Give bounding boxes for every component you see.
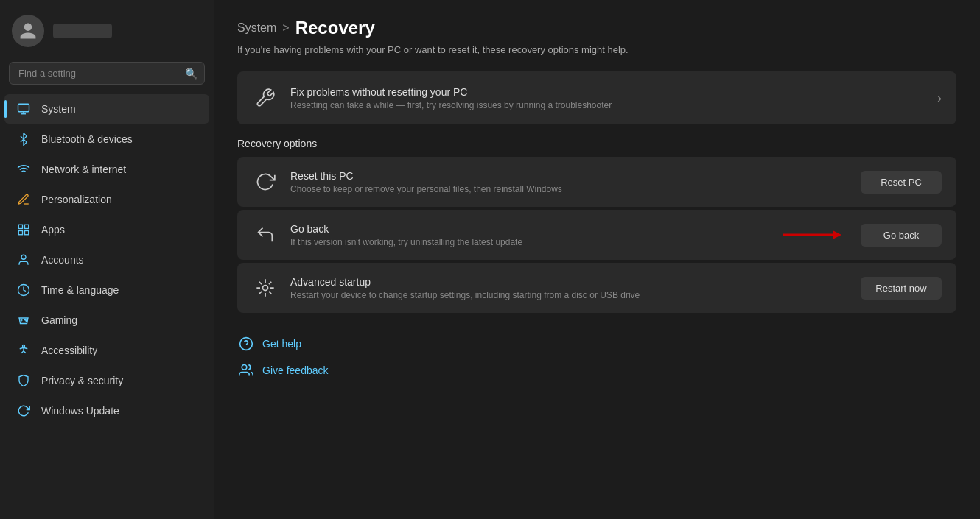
advanced-startup-desc: Restart your device to change startup se… [290, 290, 849, 300]
sidebar-item-gaming[interactable]: Gaming [4, 306, 209, 335]
go-back-title: Go back [290, 223, 771, 235]
sidebar-item-time[interactable]: Time & language [4, 275, 209, 305]
recovery-card-go-back: Go back If this version isn't working, t… [237, 210, 956, 260]
help-section: Get help Give feedback [237, 331, 956, 384]
sidebar-item-network[interactable]: Network & internet [4, 155, 209, 184]
recovery-options-label: Recovery options [237, 138, 956, 149]
breadcrumb-current: Recovery [295, 18, 375, 38]
reset-title: Reset this PC [290, 170, 849, 182]
search-icon: 🔍 [185, 68, 197, 80]
accessibility-icon [16, 343, 31, 358]
breadcrumb: System > Recovery [237, 18, 956, 38]
advanced-startup-text: Advanced startup Restart your device to … [290, 276, 849, 300]
svg-marker-16 [833, 230, 841, 239]
sidebar-item-label: Privacy & security [41, 375, 123, 386]
fix-problems-title: Fix problems without resetting your PC [290, 86, 925, 98]
go-back-button[interactable]: Go back [861, 224, 942, 247]
advanced-startup-icon [252, 275, 279, 301]
give-feedback-link[interactable]: Give feedback [237, 357, 956, 384]
svg-rect-5 [25, 225, 29, 228]
breadcrumb-separator: > [282, 21, 289, 35]
reset-button[interactable]: Reset PC [861, 171, 942, 194]
go-back-arrow [783, 226, 841, 244]
sidebar-item-label: System [41, 103, 76, 115]
sidebar-item-privacy[interactable]: Privacy & security [4, 366, 209, 395]
get-help-label: Get help [262, 338, 301, 350]
apps-icon [16, 222, 31, 237]
sidebar-item-label: Bluetooth & devices [41, 133, 133, 145]
give-feedback-icon [237, 361, 255, 379]
reset-desc: Choose to keep or remove your personal f… [290, 184, 849, 194]
reset-text: Reset this PC Choose to keep or remove y… [290, 170, 849, 194]
fix-problems-text: Fix problems without resetting your PC R… [290, 86, 925, 110]
give-feedback-label: Give feedback [262, 364, 329, 376]
bluetooth-icon [16, 132, 31, 146]
sidebar-item-accounts[interactable]: Accounts [4, 245, 209, 275]
reset-icon [252, 169, 279, 195]
sidebar-item-label: Time & language [41, 284, 119, 296]
sidebar-item-system[interactable]: System [4, 94, 209, 124]
sidebar-item-label: Accessibility [41, 345, 97, 356]
avatar [12, 15, 44, 47]
sidebar: 🔍 System Bluetooth & devices Network & i… [0, 0, 214, 519]
sidebar-item-personalization[interactable]: Personalization [4, 185, 209, 214]
svg-point-17 [263, 286, 268, 291]
svg-point-20 [242, 365, 247, 370]
page-subtitle: If you're having problems with your PC o… [237, 44, 956, 55]
update-icon [16, 403, 31, 418]
sidebar-item-label: Accounts [41, 254, 84, 266]
accounts-icon [16, 253, 31, 267]
svg-rect-0 [18, 104, 29, 112]
fix-problems-card[interactable]: Fix problems without resetting your PC R… [237, 71, 956, 124]
time-icon [16, 283, 31, 297]
svg-point-8 [21, 255, 26, 259]
recovery-options-container: Reset this PC Choose to keep or remove y… [237, 157, 956, 313]
go-back-icon [252, 222, 279, 248]
personalization-icon [16, 192, 31, 207]
arrow-indicator [783, 226, 841, 244]
gaming-icon [16, 313, 31, 328]
nav-container: System Bluetooth & devices Network & int… [0, 93, 214, 426]
advanced-startup-title: Advanced startup [290, 276, 849, 288]
svg-point-14 [23, 345, 25, 347]
sidebar-item-label: Windows Update [41, 405, 119, 417]
get-help-link[interactable]: Get help [237, 331, 956, 357]
recovery-card-reset: Reset this PC Choose to keep or remove y… [237, 157, 956, 207]
recovery-card-advanced-startup: Advanced startup Restart your device to … [237, 263, 956, 313]
svg-rect-4 [18, 225, 22, 228]
fix-problems-icon [252, 85, 279, 111]
advanced-startup-button[interactable]: Restart now [861, 277, 942, 300]
user-profile [0, 7, 214, 59]
svg-rect-7 [25, 231, 29, 235]
sidebar-item-bluetooth[interactable]: Bluetooth & devices [4, 124, 209, 154]
svg-point-13 [26, 320, 27, 322]
search-box[interactable]: 🔍 [9, 62, 205, 85]
search-input[interactable] [9, 62, 205, 85]
username-box [53, 24, 112, 38]
sidebar-item-label: Personalization [41, 194, 112, 205]
network-icon [16, 162, 31, 177]
go-back-desc: If this version isn't working, try unins… [290, 237, 771, 247]
breadcrumb-parent: System [237, 21, 276, 35]
svg-rect-6 [18, 231, 22, 235]
go-back-text: Go back If this version isn't working, t… [290, 223, 771, 247]
sidebar-item-label: Network & internet [41, 163, 126, 175]
sidebar-item-apps[interactable]: Apps [4, 215, 209, 244]
sidebar-item-label: Gaming [41, 314, 77, 326]
sidebar-item-label: Apps [41, 224, 65, 236]
fix-problems-desc: Resetting can take a while — first, try … [290, 100, 925, 110]
get-help-icon [237, 335, 255, 353]
fix-problems-chevron: › [937, 91, 942, 106]
system-icon [16, 102, 31, 116]
sidebar-item-accessibility[interactable]: Accessibility [4, 336, 209, 365]
user-icon [18, 21, 38, 40]
main-content: System > Recovery If you're having probl… [214, 0, 980, 519]
privacy-icon [16, 373, 31, 388]
sidebar-item-windows-update[interactable]: Windows Update [4, 396, 209, 426]
